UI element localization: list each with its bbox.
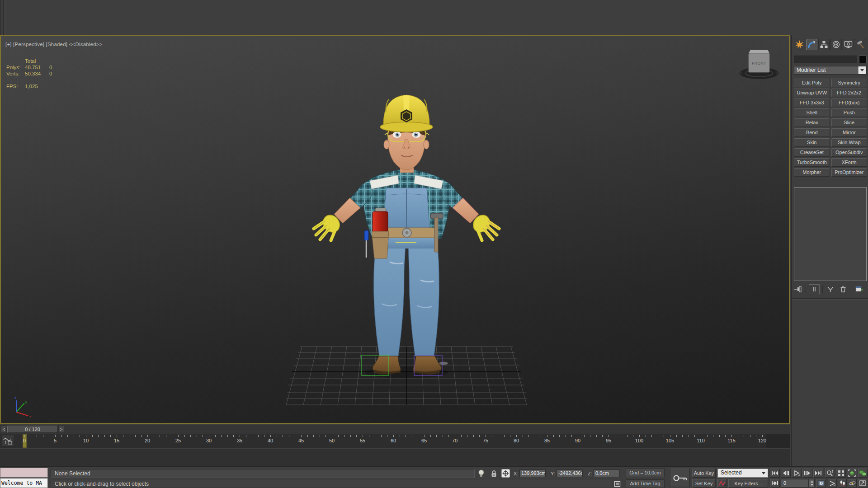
ruler-tick <box>31 435 31 437</box>
modifier-button-prooptimizer[interactable]: ProOptimizer <box>831 168 868 177</box>
modifier-button-xform[interactable]: XForm <box>831 158 868 167</box>
modifier-list-dropdown[interactable]: Modifier List <box>794 66 867 75</box>
modifier-button-opensubdiv[interactable]: OpenSubdiv <box>831 148 868 157</box>
frame-field-spinner[interactable] <box>809 479 815 488</box>
x-coordinate-field[interactable]: 139,993cm <box>519 469 546 477</box>
key-filters-button[interactable]: Key Filters... <box>728 479 768 488</box>
ruler-tick <box>682 435 683 437</box>
object-name-field[interactable] <box>794 56 857 63</box>
modifier-button-shell[interactable]: Shell <box>794 108 830 117</box>
ruler-tick <box>295 435 295 437</box>
viewcube[interactable]: FRONT <box>738 50 780 79</box>
modifier-button-mirror[interactable]: Mirror <box>831 128 868 137</box>
modifier-button-ffd-2x2x2[interactable]: FFD 2x2x2 <box>831 89 868 97</box>
zoom-icon <box>826 470 834 477</box>
object-color-swatch[interactable] <box>859 56 867 63</box>
ruler-tick <box>154 435 154 437</box>
next-frame-button[interactable] <box>802 469 812 478</box>
tab-motion[interactable] <box>830 39 842 50</box>
show-end-result-button[interactable] <box>809 284 820 294</box>
viewport-label[interactable]: [+] [Perspective] [Shaded] <<Disabled>> <box>5 42 103 47</box>
ruler-tick <box>486 435 486 437</box>
track-bar[interactable] <box>0 448 790 467</box>
perspective-viewport[interactable]: FRONT x y z [+] [Perspective] [Shaded] <… <box>0 35 790 424</box>
modifier-button-ffd-box[interactable]: FFD(box) <box>831 99 868 107</box>
play-animation-button[interactable] <box>792 469 802 478</box>
orbit-button[interactable] <box>848 479 857 488</box>
tab-create[interactable] <box>794 39 805 50</box>
zoom-extents-selected-button[interactable] <box>847 469 857 478</box>
ruler-tick <box>393 435 394 437</box>
tab-display[interactable] <box>843 39 854 50</box>
go-to-end-button[interactable] <box>813 469 823 478</box>
selection-lock-icon[interactable] <box>491 470 497 478</box>
ruler-tick <box>147 435 148 437</box>
zoom-button[interactable] <box>825 469 835 478</box>
set-key-button[interactable]: Set Key <box>692 479 716 488</box>
modifier-button-unwrap-uvw[interactable]: Unwrap UVW <box>794 89 830 97</box>
modifier-button-turbosmooth[interactable]: TurboSmooth <box>794 158 830 167</box>
isolate-selection-lightbulb-icon[interactable] <box>477 469 485 478</box>
modifier-button-symmetry[interactable]: Symmetry <box>831 79 868 87</box>
make-unique-button[interactable] <box>826 285 835 294</box>
timeline-ruler[interactable]: 0510152025303540455055606570758085909510… <box>0 434 790 449</box>
absolute-mode-transform-icon[interactable] <box>501 469 510 478</box>
modifier-button-creaseset[interactable]: CreaseSet <box>794 148 830 157</box>
set-keys-button[interactable] <box>671 469 690 487</box>
time-slider-prev-button[interactable]: < <box>1 426 7 433</box>
time-slider-track[interactable]: < 0 / 120 > <box>0 425 790 435</box>
modifier-button-slice[interactable]: Slice <box>831 118 868 127</box>
time-slider-next-button[interactable]: > <box>58 426 64 433</box>
field-of-view-button[interactable] <box>828 479 837 488</box>
toolbar-grip-line <box>2 0 2 35</box>
modifier-button-bend[interactable]: Bend <box>794 128 830 137</box>
modifier-button-skin[interactable]: Skin <box>794 138 830 147</box>
default-tangent-button[interactable] <box>717 479 727 488</box>
tab-hierarchy[interactable] <box>818 39 830 50</box>
auto-key-button[interactable]: Auto Key <box>692 469 716 478</box>
add-time-tag[interactable]: Add Time Tag <box>626 479 665 488</box>
modifier-button-edit-poly[interactable]: Edit Poly <box>794 79 830 87</box>
ruler-tick <box>731 435 732 437</box>
ruler-tick <box>448 435 449 437</box>
modifier-button-ffd-3x3x3[interactable]: FFD 3x3x3 <box>794 99 830 107</box>
current-frame-field[interactable]: 0 <box>781 479 809 488</box>
go-to-start-button[interactable] <box>770 469 780 478</box>
modifier-button-morpher[interactable]: Morpher <box>794 168 830 177</box>
selection-set-dropdown[interactable]: Selected <box>717 469 768 478</box>
zoom-all-button[interactable] <box>836 469 846 478</box>
modifier-stack-list[interactable] <box>794 187 867 281</box>
ruler-tick <box>190 435 191 437</box>
go-to-start-icon <box>771 470 778 476</box>
modifier-button-relax[interactable]: Relax <box>794 118 830 127</box>
configure-modifier-sets-button[interactable] <box>854 285 864 294</box>
ruler-tick <box>160 435 160 437</box>
pin-stack-button[interactable] <box>793 285 803 294</box>
z-coordinate-field[interactable]: 0,0cm <box>594 469 620 477</box>
key-mode-toggle-button[interactable] <box>770 479 780 488</box>
maximize-viewport-toggle-button[interactable] <box>858 479 867 488</box>
y-coordinate-field[interactable]: -2492,436c <box>557 469 583 477</box>
maxscript-listener-output[interactable]: Welcome to MA <box>0 478 48 488</box>
time-slider-handle[interactable]: 0 / 120 <box>7 426 58 433</box>
ruler-frame-label: 80 <box>510 438 523 443</box>
walk-through-button[interactable] <box>838 479 847 488</box>
modifier-button-push[interactable]: Push <box>831 108 868 117</box>
mini-curve-editor-button[interactable] <box>2 436 14 446</box>
dropdown-arrow-button[interactable] <box>858 66 866 74</box>
show-end-result-icon <box>811 286 817 292</box>
modifier-button-skin-wrap[interactable]: Skin Wrap <box>831 138 868 147</box>
tab-modify[interactable] <box>806 39 817 50</box>
previous-frame-button[interactable] <box>781 469 791 478</box>
zoom-extents-all-button[interactable] <box>858 469 868 478</box>
tab-utilities[interactable] <box>855 39 866 50</box>
ruler-tick <box>381 435 382 437</box>
ruler-tick <box>369 435 369 437</box>
remove-modifier-button[interactable] <box>838 285 848 294</box>
character-model[interactable] <box>314 95 499 375</box>
ruler-tick <box>694 435 695 437</box>
time-configuration-button[interactable] <box>816 479 826 488</box>
ruler-tick <box>510 435 510 437</box>
maxscript-listener-input[interactable] <box>0 468 48 478</box>
open-listener-window-icon[interactable] <box>614 481 621 488</box>
